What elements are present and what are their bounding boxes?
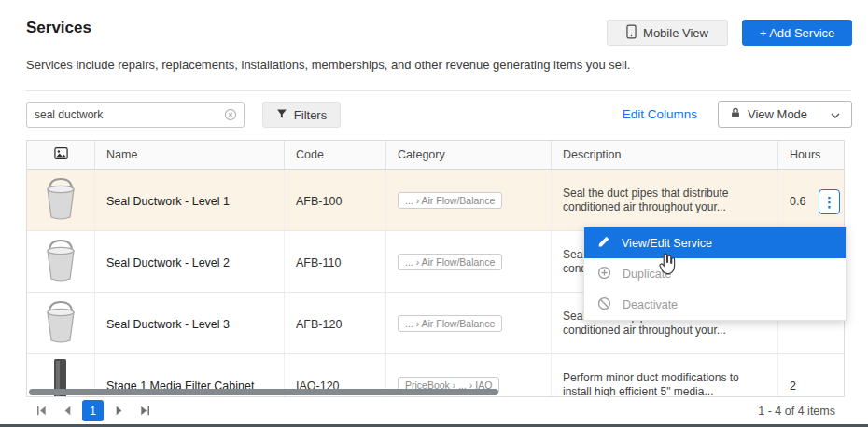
service-hours: 2 (790, 379, 796, 393)
filters-button[interactable]: Filters (262, 102, 341, 128)
row-actions-kebab-button[interactable]: ⋮ (819, 189, 840, 214)
service-hours: 0.6 (790, 195, 805, 208)
services-page: Services Mobile View + Add Service Servi… (0, 0, 868, 427)
pagination-bar: 1 1 - 4 of 4 items (26, 396, 845, 424)
column-header-description[interactable]: Description (552, 141, 778, 170)
column-header-code[interactable]: Code (285, 141, 386, 170)
mobile-view-button[interactable]: Mobile View (607, 20, 728, 46)
last-page-button[interactable] (133, 400, 156, 422)
edit-columns-link[interactable]: Edit Columns (623, 107, 697, 121)
add-service-label: + Add Service (760, 26, 835, 40)
bucket-thumbnail (42, 176, 79, 221)
add-service-button[interactable]: + Add Service (742, 20, 852, 46)
filter-funnel-icon (276, 108, 287, 122)
menu-item-view-edit-service[interactable]: View/Edit Service (584, 227, 846, 258)
service-description: Perform minor duct modifications to inst… (563, 371, 749, 397)
menu-item-deactivate[interactable]: Deactivate (584, 289, 846, 320)
menu-item-label: View/Edit Service (622, 237, 712, 250)
service-code: AFB-100 (296, 195, 342, 208)
deactivate-icon (597, 296, 611, 313)
service-code: AFB-120 (296, 318, 342, 331)
menu-item-duplicate[interactable]: Duplicate (584, 258, 846, 289)
search-input[interactable] (27, 108, 224, 121)
next-page-button[interactable] (107, 400, 130, 422)
service-name: Seal Ductwork - Level 3 (106, 318, 230, 331)
column-header-hours[interactable]: Hours (778, 141, 846, 170)
category-breadcrumb[interactable]: ... › Air Flow/Balance (398, 254, 502, 270)
mobile-phone-icon (626, 24, 637, 42)
column-header-category[interactable]: Category (386, 141, 552, 170)
horizontal-scrollbar-thumb[interactable] (29, 389, 498, 395)
column-header-name[interactable]: Name (95, 141, 285, 170)
pager: 1 (26, 400, 156, 422)
menu-item-label: Deactivate (623, 298, 678, 311)
mobile-view-label: Mobile View (643, 26, 708, 40)
view-mode-label: View Mode (748, 107, 807, 121)
service-description: Seal the duct pipes that distribute cond… (563, 186, 749, 214)
first-page-button[interactable] (30, 400, 52, 422)
service-name: Seal Ductwork - Level 2 (106, 256, 230, 269)
category-breadcrumb[interactable]: ... › Air Flow/Balance (398, 192, 502, 209)
search-box (26, 102, 245, 128)
table-row[interactable]: Seal Ductwork - Level 1 AFB-100 ... › Ai… (27, 170, 845, 231)
row-actions-context-menu: View/Edit Service Duplicate Deactivate (583, 227, 847, 321)
table-header-row: Name Code Category Description Hours Pri… (27, 141, 845, 170)
page-title: Services (26, 19, 91, 37)
pencil-icon (597, 235, 610, 251)
page-number-current[interactable]: 1 (82, 400, 104, 421)
previous-page-button[interactable] (56, 400, 78, 422)
filters-label: Filters (294, 108, 327, 122)
chevron-down-icon (831, 107, 840, 121)
category-breadcrumb[interactable]: ... › Air Flow/Balance (398, 315, 502, 332)
duplicate-icon (597, 266, 611, 282)
view-mode-dropdown[interactable]: View Mode (718, 101, 852, 128)
photo-icon (54, 149, 68, 162)
page-subtitle: Services include repairs, replacements, … (26, 58, 630, 72)
image-column-header (27, 141, 95, 170)
menu-item-label: Duplicate (623, 268, 671, 281)
lock-icon (730, 106, 741, 122)
service-name: Seal Ductwork - Level 1 (106, 195, 230, 208)
bucket-thumbnail (42, 299, 79, 344)
bucket-thumbnail (42, 238, 79, 282)
service-code: AFB-110 (296, 256, 341, 269)
clear-search-icon[interactable] (224, 108, 244, 121)
header-divider (26, 90, 851, 91)
items-count-summary: 1 - 4 of 4 items (758, 405, 845, 418)
